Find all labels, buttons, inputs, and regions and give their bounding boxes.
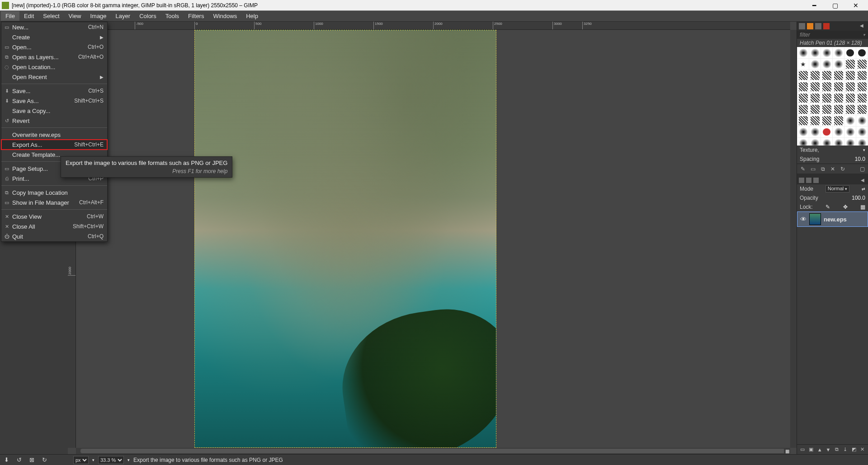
close-button[interactable]: ✕ [845, 0, 866, 10]
tab-layers-icon[interactable] [799, 178, 804, 183]
layer-mode-row[interactable]: Mode Normal ▾ ⇄ [797, 184, 868, 193]
menu-image[interactable]: Image [85, 11, 111, 21]
delete-layer-icon[interactable]: ✕ [859, 446, 865, 453]
menuitem-copy-image-location[interactable]: ⧉Copy Image Location [1, 188, 107, 197]
brush-swatch[interactable] [844, 70, 856, 81]
menuitem-open-location[interactable]: ◌Open Location... [1, 62, 107, 72]
brush-swatch[interactable] [821, 104, 832, 115]
duplicate-layer-icon[interactable]: ⧉ [834, 446, 840, 453]
menuitem-overwrite-new-eps[interactable]: Overwrite new.eps [1, 130, 107, 140]
new-brush-icon[interactable]: ▭ [810, 166, 816, 172]
menuitem-save-as[interactable]: ⬇Save As...Shift+Ctrl+S [1, 96, 107, 106]
brush-swatch[interactable] [821, 47, 832, 58]
brush-swatch[interactable] [809, 59, 821, 70]
layer-thumbnail[interactable] [809, 213, 821, 225]
brush-swatch[interactable] [844, 59, 856, 70]
brush-swatch[interactable] [809, 47, 821, 58]
brush-swatch[interactable] [844, 93, 856, 103]
brush-swatch[interactable] [833, 115, 844, 126]
sb-undo-icon[interactable]: ↺ [15, 456, 23, 464]
mode-select[interactable]: Normal ▾ [826, 185, 850, 193]
brush-swatch[interactable] [797, 138, 809, 146]
menuitem-close-all[interactable]: ✕Close AllShift+Ctrl+W [1, 221, 107, 231]
brush-swatch[interactable] [833, 93, 844, 103]
edit-brush-icon[interactable]: ✎ [800, 166, 806, 172]
brush-swatch[interactable] [833, 81, 844, 92]
tab-paths-icon[interactable] [813, 178, 819, 183]
menu-file[interactable]: File [1, 11, 19, 21]
lower-layer-icon[interactable]: ▼ [826, 446, 831, 453]
menu-layer[interactable]: Layer [111, 11, 135, 21]
brush-swatch[interactable] [821, 59, 832, 70]
brush-swatch[interactable] [856, 81, 868, 92]
brush-swatch[interactable] [797, 59, 809, 70]
brush-swatch[interactable] [797, 70, 809, 81]
brush-swatch[interactable] [833, 138, 844, 146]
menuitem-close-view[interactable]: ✕Close ViewCtrl+W [1, 211, 107, 221]
scrollbar-horizontal[interactable]: ▦ [76, 448, 790, 454]
brush-swatch[interactable] [856, 115, 868, 126]
menuitem-save[interactable]: ⬇Save...Ctrl+S [1, 86, 107, 96]
menuitem-create[interactable]: Create▶ [1, 32, 107, 42]
tab-menu-icon[interactable]: ◀ [860, 23, 866, 29]
brush-swatch[interactable] [809, 127, 821, 137]
brush-swatch[interactable] [856, 59, 868, 70]
brush-swatch[interactable] [821, 127, 832, 137]
image-canvas[interactable] [194, 30, 496, 448]
menu-help[interactable]: Help [241, 11, 263, 21]
brush-grid[interactable] [797, 47, 868, 146]
brush-swatch[interactable] [844, 47, 856, 58]
brush-swatch[interactable] [809, 115, 821, 126]
lock-alpha-icon[interactable]: ▦ [860, 204, 865, 210]
brush-swatch[interactable] [833, 104, 844, 115]
menuitem-new[interactable]: ▭New...Ctrl+N [1, 22, 107, 32]
brush-swatch[interactable] [856, 70, 868, 81]
menuitem-export-as[interactable]: Export As...Shift+Ctrl+E [1, 140, 107, 150]
tab-fonts-icon[interactable] [815, 23, 821, 29]
brush-swatch[interactable] [833, 127, 844, 137]
brush-swatch[interactable] [809, 93, 821, 103]
brush-swatch[interactable] [844, 104, 856, 115]
menu-tools[interactable]: Tools [161, 11, 184, 21]
brush-swatch[interactable] [844, 127, 856, 137]
texture-row[interactable]: Texture, ▾ [797, 146, 868, 155]
brush-swatch[interactable] [821, 93, 832, 103]
new-layer-icon[interactable]: ▭ [800, 446, 806, 453]
zoom-select[interactable]: 33.3 % [98, 456, 124, 464]
merge-down-icon[interactable]: ⤓ [842, 446, 848, 453]
brush-swatch[interactable] [821, 115, 832, 126]
brush-swatch[interactable] [821, 138, 832, 146]
brush-swatch[interactable] [844, 81, 856, 92]
brush-swatch[interactable] [833, 59, 844, 70]
lock-position-icon[interactable]: ✥ [843, 204, 848, 210]
unit-select[interactable]: px [73, 456, 89, 464]
maximize-button[interactable]: ▢ [825, 0, 845, 10]
menu-edit[interactable]: Edit [19, 11, 38, 21]
menu-windows[interactable]: Windows [208, 11, 241, 21]
scrollbar-thumb[interactable] [80, 449, 786, 453]
brush-swatch[interactable] [856, 104, 868, 115]
menuitem-open-as-layers[interactable]: ⧉Open as Layers...Ctrl+Alt+O [1, 52, 107, 62]
brush-swatch[interactable] [797, 104, 809, 115]
brush-swatch[interactable] [844, 138, 856, 146]
brush-swatch[interactable] [797, 115, 809, 126]
brush-swatch[interactable] [797, 47, 809, 58]
tab-menu-icon[interactable]: ◀ [861, 178, 866, 183]
menuitem-open[interactable]: ▭Open...Ctrl+O [1, 42, 107, 52]
raise-layer-icon[interactable]: ▲ [817, 446, 823, 453]
brush-swatch[interactable] [797, 127, 809, 137]
layer-opacity-row[interactable]: Opacity 100.0 [797, 193, 868, 202]
menuitem-quit[interactable]: ⏻QuitCtrl+Q [1, 231, 107, 241]
tab-patterns-icon[interactable] [807, 23, 813, 29]
duplicate-brush-icon[interactable]: ⧉ [820, 166, 826, 172]
minimize-button[interactable]: ━ [804, 0, 825, 10]
refresh-brush-icon[interactable]: ↻ [840, 166, 846, 172]
brush-swatch[interactable] [833, 70, 844, 81]
tab-brushes-icon[interactable] [799, 23, 805, 29]
brush-swatch[interactable] [809, 138, 821, 146]
layer-row[interactable]: 👁 new.eps [797, 211, 868, 227]
delete-brush-icon[interactable]: ✕ [830, 166, 836, 172]
brush-swatch[interactable] [856, 47, 868, 58]
new-group-icon[interactable]: ▣ [808, 446, 814, 453]
menuitem-open-recent[interactable]: Open Recent▶ [1, 72, 107, 82]
